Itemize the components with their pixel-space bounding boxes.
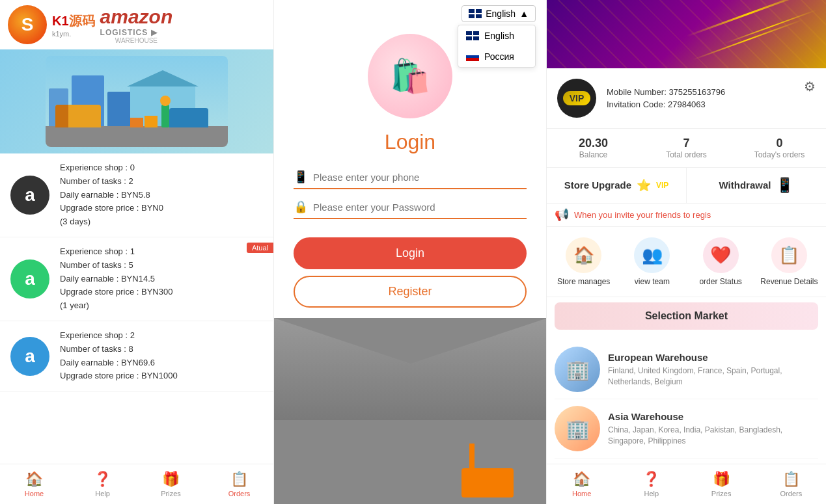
login-hero-image: 🛍️ — [368, 34, 452, 118]
login-title: Login — [274, 130, 546, 154]
nav-home-left[interactable]: 🏠 Home — [0, 468, 68, 500]
european-warehouse-card[interactable]: 🏢 European Warehouse Finland, United Kin… — [555, 340, 818, 399]
european-warehouse-desc: Finland, United Kingdom, France, Spain, … — [608, 365, 818, 388]
mobile-number: Mobile Number: 375255163796 — [607, 87, 725, 97]
password-input-group: 🔒 — [294, 200, 527, 219]
orders-nav-icon: 📋 — [782, 471, 800, 488]
nav-prizes-right[interactable]: 🎁 Prizes — [687, 468, 756, 500]
view-team-label: view team — [635, 277, 670, 286]
balance-stat: 20.30 Balance — [547, 137, 640, 159]
phone-input[interactable] — [313, 172, 527, 183]
nav-home-right[interactable]: 🏠 Home — [547, 468, 616, 500]
left-panel: S K1源码 k1ym. amazon LOGISTICS ▶ WAREHOUS… — [0, 0, 273, 504]
today-orders-label: Today's orders — [733, 150, 826, 159]
nav-orders-right[interactable]: 📋 Orders — [756, 468, 826, 500]
orders-label: Orders — [228, 490, 251, 497]
warehouse-scene — [46, 56, 228, 147]
asia-warehouse-card[interactable]: 🏢 Asia Warehouse China, Japan, Korea, In… — [555, 399, 818, 458]
help-label: Help — [95, 490, 110, 497]
shop-item-2[interactable]: a Experience shop : 2 Number of tasks : … — [0, 321, 273, 391]
atual-badge: Atual — [247, 243, 273, 253]
total-orders-label: Total orders — [640, 150, 733, 159]
asia-warehouse-desc: China, Japan, Korea, India, Pakistan, Ba… — [608, 425, 818, 447]
register-button[interactable]: Register — [294, 276, 527, 308]
shop-info-0: Experience shop : 0 Number of tasks : 2 … — [60, 161, 263, 229]
logo-sub: k1ym. — [52, 30, 95, 38]
language-button[interactable]: English ▲ — [461, 5, 536, 22]
vip-text-icon: VIP — [656, 181, 668, 190]
order-status-label: order Status — [699, 277, 741, 286]
hero-decoration — [547, 0, 826, 68]
lang-english-label: English — [484, 31, 514, 41]
revenue-details-cell[interactable]: 📋 Revenue Details — [758, 237, 821, 286]
european-warehouse-name: European Warehouse — [608, 352, 818, 363]
warehouse-photo — [274, 318, 546, 504]
home-icon: 🏠 — [25, 471, 43, 488]
logo-k1: K1源码 — [52, 12, 95, 30]
language-selector: English ▲ English Россия — [274, 0, 546, 27]
right-panel: VIP Mobile Number: 375255163796 Invitati… — [547, 0, 826, 504]
withdrawal-button[interactable]: Withdrawal 📱 — [687, 168, 826, 203]
home-label: Home — [25, 490, 44, 497]
selected-language: English — [486, 8, 516, 19]
nav-prizes-left[interactable]: 🎁 Prizes — [137, 468, 205, 500]
lang-russian-label: Россия — [484, 51, 514, 62]
asia-warehouse-name: Asia Warehouse — [608, 411, 818, 422]
shop-avatar-1: a — [10, 259, 49, 298]
store-manages-icon: 🏠 — [566, 237, 601, 273]
middle-panel: English ▲ English Россия 🛍️ Login 📱 🔒 Lo… — [273, 0, 547, 504]
user-info: Mobile Number: 375255163796 Invitation C… — [607, 85, 725, 112]
vip-avatar: VIP — [557, 79, 596, 118]
store-manages-cell[interactable]: 🏠 Store manages — [552, 237, 615, 286]
phone-icon: 📱 — [294, 170, 308, 184]
orders-nav-label: Orders — [780, 490, 803, 497]
order-status-icon: ❤️ — [703, 237, 739, 273]
flag-uk-option-icon — [466, 31, 479, 40]
order-status-cell[interactable]: ❤️ order Status — [689, 237, 752, 286]
total-orders-value: 7 — [640, 137, 733, 150]
nav-help-right[interactable]: ❓ Help — [616, 468, 686, 500]
login-button[interactable]: Login — [294, 237, 527, 269]
prizes-label: Prizes — [161, 490, 181, 497]
stats-row: 20.30 Balance 7 Total orders 0 Today's o… — [547, 129, 826, 168]
home-nav-icon: 🏠 — [573, 471, 590, 488]
shop-avatar-0: a — [10, 176, 49, 215]
right-bottom-nav: 🏠 Home ❓ Help 🎁 Prizes 📋 Orders — [547, 464, 826, 504]
withdrawal-icon: 📱 — [776, 177, 793, 194]
asia-warehouse-image: 🏢 — [555, 406, 600, 451]
help-icon: ❓ — [94, 471, 111, 488]
left-bottom-nav: 🏠 Home ❓ Help 🎁 Prizes 📋 Orders — [0, 464, 273, 504]
feature-icon-grid: 🏠 Store manages 👥 view team ❤️ order Sta… — [547, 227, 826, 297]
help-nav-icon: ❓ — [642, 471, 660, 488]
invitation-code: Invitation Code: 27984063 — [607, 99, 725, 109]
password-input[interactable] — [313, 202, 527, 213]
language-dropdown: English Россия — [458, 25, 536, 68]
lang-option-russian[interactable]: Россия — [458, 46, 535, 67]
shop-item-0[interactable]: a Experience shop : 0 Number of tasks : … — [0, 153, 273, 237]
nav-help-left[interactable]: ❓ Help — [68, 468, 137, 500]
invitation-label: Invitation Code: — [607, 99, 665, 109]
logistics-label: LOGISTICS ▶ — [100, 28, 173, 37]
flag-uk-icon — [469, 9, 482, 18]
view-team-icon: 👥 — [634, 237, 670, 273]
lang-option-english[interactable]: English — [458, 25, 535, 46]
store-upgrade-label: Store Upgrade — [564, 179, 631, 191]
brand-name: amazon LOGISTICS ▶ WAREHOUSE — [100, 6, 173, 44]
logo-text-block: K1源码 k1ym. — [52, 12, 95, 38]
orders-icon: 📋 — [230, 471, 248, 488]
logo-circle: S — [8, 5, 47, 44]
phone-input-group: 📱 — [294, 170, 527, 189]
prizes-icon: 🎁 — [162, 471, 180, 488]
lock-icon: 🔒 — [294, 200, 308, 214]
amazon-title: amazon — [100, 6, 173, 28]
store-upgrade-button[interactable]: Store Upgrade ⭐ VIP — [547, 168, 687, 203]
store-manages-label: Store manages — [557, 277, 610, 286]
withdrawal-label: Withdrawal — [719, 179, 771, 191]
nav-orders-left[interactable]: 📋 Orders — [205, 468, 273, 500]
shop-item-1[interactable]: a Experience shop : 1 Number of tasks : … — [0, 237, 273, 321]
settings-icon[interactable]: ⚙ — [804, 79, 816, 94]
european-warehouse-info: European Warehouse Finland, United Kingd… — [608, 352, 818, 388]
view-team-cell[interactable]: 👥 view team — [620, 237, 683, 286]
invitation-value: 27984063 — [668, 99, 706, 109]
shop-info-2: Experience shop : 2 Number of tasks : 8 … — [60, 329, 263, 383]
